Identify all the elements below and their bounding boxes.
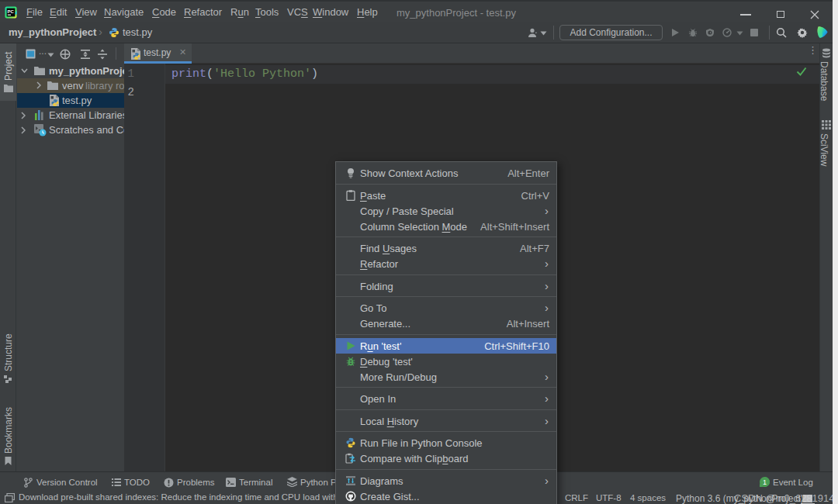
svg-text:PC: PC — [7, 9, 14, 14]
svg-text:1: 1 — [763, 478, 767, 486]
